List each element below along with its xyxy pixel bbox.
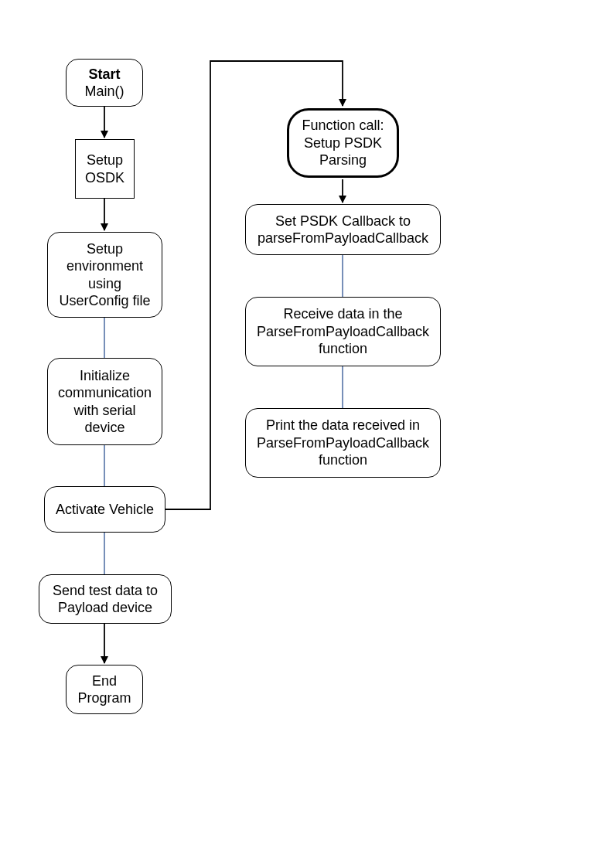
end-l2: Program <box>77 689 131 707</box>
print-data-node: Print the data received in ParseFromPayl… <box>245 408 441 478</box>
send-l1: Send test data to <box>53 582 158 600</box>
func-l1: Function call: <box>302 117 384 134</box>
end-l1: End <box>92 672 117 690</box>
env-l3: using <box>88 275 121 293</box>
set-callback-node: Set PSDK Callback to parseFromPayloadCal… <box>245 204 441 255</box>
cb-l2: parseFromPayloadCallback <box>258 230 428 247</box>
init-comm-node: Initialize communication with serial dev… <box>47 358 162 445</box>
setup-osdk-l1: Setup <box>87 151 123 169</box>
init-l3: with serial <box>73 402 135 420</box>
init-l4: device <box>84 419 125 437</box>
receive-data-node: Receive data in the ParseFromPayloadCall… <box>245 297 441 366</box>
start-node: Start Main() <box>66 59 143 107</box>
func-l3: Parsing <box>319 151 367 169</box>
func-l2: Setup PSDK <box>304 134 382 152</box>
setup-osdk-l2: OSDK <box>85 169 125 187</box>
env-l2: environment <box>67 257 143 275</box>
init-l1: Initialize <box>80 367 130 385</box>
setup-osdk-node: Setup OSDK <box>75 139 135 199</box>
init-l2: communication <box>58 384 152 402</box>
recv-l2: ParseFromPayloadCallback <box>257 323 429 341</box>
print-l2: ParseFromPayloadCallback <box>257 434 429 452</box>
print-l1: Print the data received in <box>266 417 420 434</box>
recv-l1: Receive data in the <box>283 305 402 323</box>
start-title: Start <box>88 66 120 83</box>
print-l3: function <box>319 451 367 469</box>
env-l4: UserConfig file <box>59 292 150 310</box>
end-program-node: End Program <box>66 665 143 714</box>
send-test-data-node: Send test data to Payload device <box>39 574 172 624</box>
setup-env-node: Setup environment using UserConfig file <box>47 232 162 318</box>
function-call-node: Function call: Setup PSDK Parsing <box>287 108 399 178</box>
start-subtitle: Main() <box>84 83 124 100</box>
activate-label: Activate Vehicle <box>56 501 154 519</box>
activate-vehicle-node: Activate Vehicle <box>44 486 165 533</box>
cb-l1: Set PSDK Callback to <box>275 213 411 230</box>
recv-l3: function <box>319 340 367 358</box>
send-l2: Payload device <box>58 599 152 617</box>
env-l1: Setup <box>87 240 123 258</box>
